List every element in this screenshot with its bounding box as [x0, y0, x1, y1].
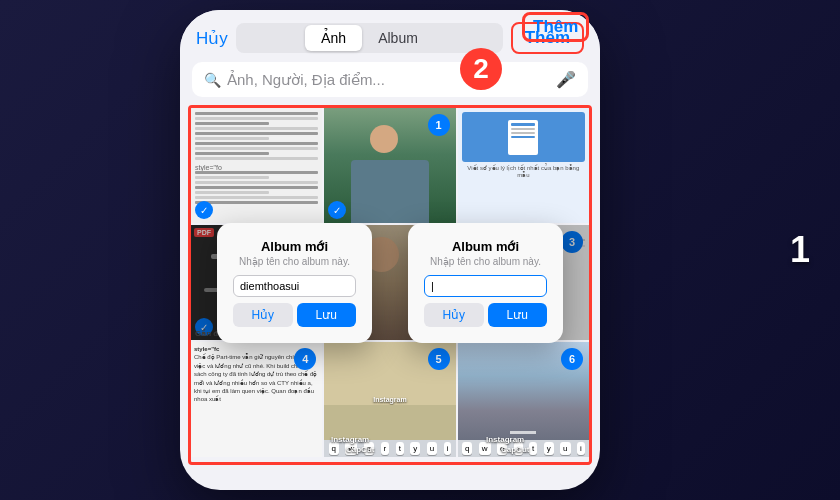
album-dialog-2-subtitle: Nhập tên cho album này. [424, 256, 547, 267]
them-label: Thêm [533, 17, 578, 36]
annotation-1: 1 [790, 229, 810, 271]
album-dialog-2-title: Album mới [424, 239, 547, 254]
search-icon: 🔍 [204, 72, 221, 88]
dialog-2-cancel[interactable]: Hủy [424, 303, 484, 327]
album-dialog-1: Album mới Nhập tên cho album này. diemth… [217, 223, 372, 343]
album-dialog-1-subtitle: Nhập tên cho album này. [233, 256, 356, 267]
search-bar[interactable]: 🔍 Ảnh, Người, Địa điểm... 🎤 [192, 62, 588, 97]
dialog-1-cancel[interactable]: Hủy [233, 303, 293, 327]
annotation-2: 2 [460, 48, 502, 90]
album-dialog-2-input[interactable]: | [424, 275, 547, 297]
photo-cell-text[interactable]: style="fc Chế độ Part-time vẫn giữ nguyê… [191, 342, 322, 457]
badge-6: 6 [561, 348, 583, 370]
photo-cell-doc1[interactable]: style="fo ✓ [191, 108, 322, 223]
tab-group: Ảnh Album [236, 23, 503, 53]
dialog-2-save[interactable]: Lưu [488, 303, 548, 327]
mic-icon[interactable]: 🎤 [556, 70, 576, 89]
cancel-button[interactable]: Hủy [196, 28, 228, 49]
album-dialog-2-buttons: Hủy Lưu [424, 303, 547, 327]
album-dialog-1-title: Album mới [233, 239, 356, 254]
album-dialog-2: Album mới Nhập tên cho album này. | Hủy … [408, 223, 563, 343]
them-highlight: Thêm [522, 12, 589, 42]
dialog-1-save[interactable]: Lưu [297, 303, 357, 327]
album-dialog-1-buttons: Hủy Lưu [233, 303, 356, 327]
photo-grid-wrapper: style="fo ✓ 1 ✓ [188, 105, 592, 465]
check-1: ✓ [195, 201, 213, 219]
tab-album[interactable]: Album [362, 25, 434, 51]
photo-cell-person1[interactable]: 1 ✓ [324, 108, 455, 223]
badge-1: 1 [428, 114, 450, 136]
badge-5: 5 [428, 348, 450, 370]
photo-cell-blue[interactable]: Viết sơ yếu lý lịch tốt nhất của bạn bằn… [458, 108, 589, 223]
tab-photo[interactable]: Ảnh [305, 25, 363, 51]
album-dialog-1-input[interactable]: diemthoasui [233, 275, 356, 297]
